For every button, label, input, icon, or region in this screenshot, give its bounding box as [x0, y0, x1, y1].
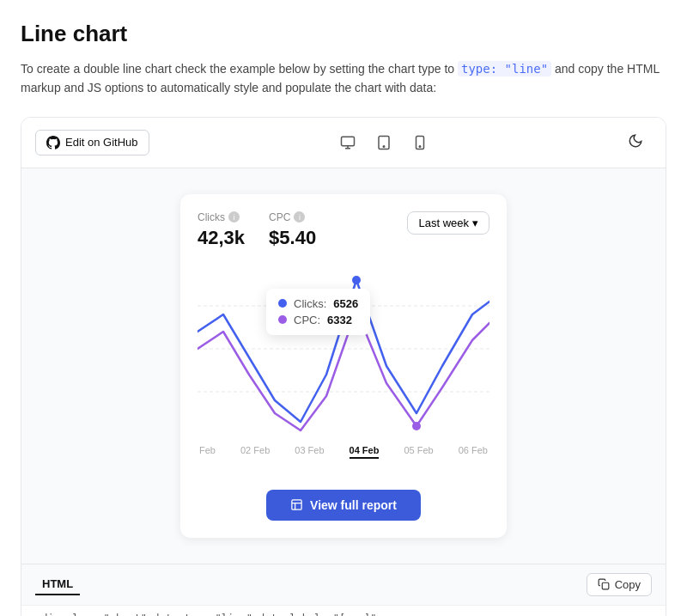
mobile-view-button[interactable] [405, 130, 435, 156]
x-label-0: Feb [199, 445, 216, 459]
tablet-icon [376, 135, 392, 150]
toolbar-icon-group [333, 130, 435, 156]
svg-rect-9 [602, 583, 609, 590]
view-full-report-button[interactable]: View full report [266, 490, 421, 521]
demo-preview: Clicks i 42,3k CPC i $5.40 Last we [21, 168, 666, 564]
clicks-line [198, 280, 489, 422]
dark-mode-button[interactable] [619, 128, 652, 157]
chart-metrics: Clicks i 42,3k CPC i $5.40 [198, 211, 316, 249]
x-label-5: 06 Feb [459, 445, 488, 459]
x-label-2: 03 Feb [295, 445, 324, 459]
moon-icon [628, 133, 643, 149]
cpc-metric: CPC i $5.40 [269, 211, 316, 249]
copy-icon [598, 578, 610, 590]
code-tabs-bar: HTML Copy [21, 564, 666, 605]
clicks-active-dot [352, 276, 361, 284]
clicks-metric: Clicks i 42,3k [198, 211, 245, 249]
cpc-active-dot [412, 422, 421, 430]
cpc-line [198, 310, 489, 430]
edit-github-button[interactable]: Edit on GitHub [35, 130, 149, 156]
clicks-value: 42,3k [198, 227, 245, 249]
chart-header: Clicks i 42,3k CPC i $5.40 Last we [198, 211, 489, 249]
clicks-info-icon[interactable]: i [228, 211, 240, 223]
demo-toolbar: Edit on GitHub [21, 118, 666, 168]
svg-point-4 [420, 146, 422, 148]
svg-point-2 [384, 146, 386, 148]
demo-container: Edit on GitHub [21, 117, 666, 616]
x-label-4: 05 Feb [404, 445, 433, 459]
svg-rect-0 [342, 137, 355, 146]
line-chart-svg [198, 263, 489, 435]
chart-area: Clicks: 6526 CPC: 6332 [198, 263, 489, 435]
desktop-view-button[interactable] [333, 130, 362, 156]
desktop-icon [340, 135, 356, 150]
html-tab[interactable]: HTML [35, 574, 80, 595]
chart-card: Clicks i 42,3k CPC i $5.40 Last we [180, 194, 507, 538]
tablet-view-button[interactable] [369, 130, 398, 156]
cpc-value: $5.40 [269, 227, 316, 249]
page-description: To create a double line chart check the … [21, 59, 666, 98]
mobile-icon [412, 135, 428, 150]
cpc-info-icon[interactable]: i [294, 211, 305, 223]
x-label-1: 02 Feb [240, 445, 270, 459]
code-preview-line: <div class="chart" data-type="line" data… [21, 605, 666, 616]
chevron-down-icon: ▾ [472, 217, 478, 229]
report-icon [290, 498, 303, 511]
period-selector[interactable]: Last week ▾ [407, 211, 489, 235]
page-title: Line chart [21, 21, 666, 47]
x-label-3: 04 Feb [350, 445, 380, 459]
github-icon [46, 136, 60, 149]
chart-xaxis: Feb 02 Feb 03 Feb 04 Feb 05 Feb 06 Feb [198, 445, 489, 459]
copy-button[interactable]: Copy [587, 573, 652, 596]
svg-rect-8 [292, 500, 301, 509]
